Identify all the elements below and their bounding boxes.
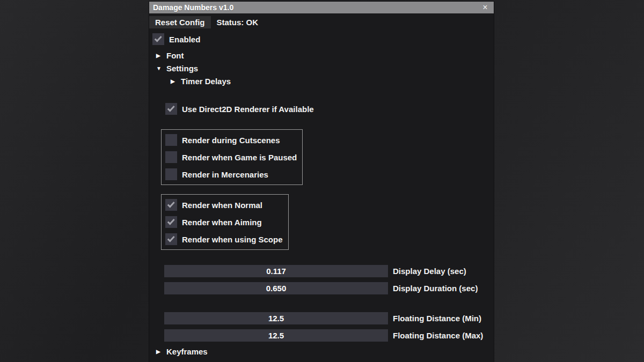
- reset-config-button[interactable]: Reset Config: [149, 16, 211, 28]
- render-when-normal-label: Render when Normal: [182, 201, 262, 210]
- render-when-scope-checkbox[interactable]: [165, 233, 177, 245]
- window-content: Reset Config Status: OK Enabled ▶ Font ▼…: [149, 16, 494, 357]
- render-when-game-paused-checkbox[interactable]: [165, 151, 177, 163]
- check-icon: [167, 200, 174, 208]
- tree-node-timer-delays-label: Timer Delays: [181, 77, 231, 86]
- render-during-cutscenes-checkbox[interactable]: [165, 134, 177, 146]
- tree-node-keyframes-label: Keyframes: [166, 347, 208, 356]
- close-icon[interactable]: ×: [480, 3, 490, 12]
- floating-distance-min-label: Floating Distance (Min): [393, 314, 481, 323]
- display-delay-label: Display Delay (sec): [393, 267, 466, 276]
- render-in-mercenaries-checkbox[interactable]: [165, 168, 177, 180]
- aiming-checkbox-row: Render when Aiming: [165, 216, 283, 228]
- check-icon: [154, 34, 162, 42]
- toolbar: Reset Config Status: OK: [149, 16, 494, 28]
- chevron-down-icon: ▼: [156, 65, 166, 71]
- direct2d-checkbox[interactable]: [165, 103, 177, 115]
- display-duration-row: Display Duration (sec): [164, 282, 494, 294]
- tree-node-keyframes[interactable]: ▶ Keyframes: [149, 346, 494, 357]
- tree-node-font-label: Font: [166, 51, 184, 60]
- render-when-aiming-checkbox[interactable]: [165, 216, 177, 228]
- render-when-scope-label: Render when using Scope: [182, 235, 283, 244]
- render-in-mercenaries-label: Render in Mercenaries: [182, 170, 268, 179]
- tree-node-settings-label: Settings: [166, 64, 198, 73]
- chevron-right-icon: ▶: [156, 53, 166, 58]
- display-delay-input[interactable]: [164, 265, 388, 277]
- check-icon: [167, 234, 174, 242]
- display-duration-label: Display Duration (sec): [393, 284, 478, 293]
- display-delay-row: Display Delay (sec): [164, 265, 494, 277]
- window-title: Damage Numbers v1.0: [153, 3, 480, 12]
- render-when-normal-checkbox[interactable]: [165, 199, 177, 211]
- tree-node-settings[interactable]: ▼ Settings: [149, 63, 494, 73]
- floating-distance-max-input[interactable]: [164, 329, 388, 342]
- cutscenes-checkbox-row: Render during Cutscenes: [165, 134, 297, 146]
- tree-node-timer-delays[interactable]: ▶ Timer Delays: [149, 76, 494, 86]
- tree-node-font[interactable]: ▶ Font: [149, 50, 494, 61]
- render-when-aiming-label: Render when Aiming: [182, 218, 262, 227]
- check-icon: [167, 217, 174, 225]
- mercenaries-checkbox-row: Render in Mercenaries: [165, 168, 297, 180]
- floating-distance-max-row: Floating Distance (Max): [164, 329, 494, 342]
- game-paused-checkbox-row: Render when Game is Paused: [165, 151, 297, 163]
- title-bar[interactable]: Damage Numbers v1.0 ×: [149, 2, 494, 13]
- render-conditions-group: Render during Cutscenes Render when Game…: [161, 129, 303, 185]
- floating-distance-min-input[interactable]: [164, 312, 388, 324]
- render-when-game-paused-label: Render when Game is Paused: [182, 153, 297, 162]
- chevron-right-icon: ▶: [171, 78, 181, 84]
- direct2d-label: Use Direct2D Renderer if Available: [182, 105, 314, 114]
- render-modes-group: Render when Normal Render when Aiming Re…: [161, 194, 289, 250]
- display-duration-input[interactable]: [164, 282, 388, 294]
- check-icon: [167, 104, 174, 112]
- status-label: Status: OK: [217, 18, 259, 27]
- chevron-right-icon: ▶: [156, 349, 166, 354]
- floating-distance-min-row: Floating Distance (Min): [164, 312, 494, 324]
- enabled-checkbox[interactable]: [152, 33, 164, 45]
- render-during-cutscenes-label: Render during Cutscenes: [182, 136, 280, 145]
- scope-checkbox-row: Render when using Scope: [165, 233, 283, 245]
- enabled-checkbox-row: Enabled: [149, 33, 494, 45]
- damage-numbers-window: Damage Numbers v1.0 × Reset Config Statu…: [149, 2, 494, 362]
- normal-checkbox-row: Render when Normal: [165, 199, 283, 211]
- direct2d-checkbox-row: Use Direct2D Renderer if Available: [149, 103, 494, 115]
- enabled-label: Enabled: [169, 35, 200, 44]
- floating-distance-max-label: Floating Distance (Max): [393, 331, 483, 340]
